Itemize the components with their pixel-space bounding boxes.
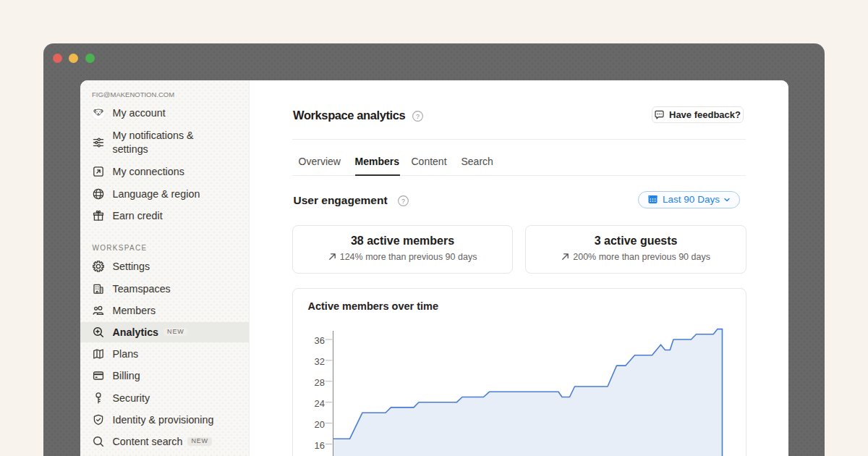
- svg-text:20: 20: [314, 418, 324, 429]
- svg-text:32: 32: [314, 355, 324, 366]
- svg-text:36: 36: [314, 335, 324, 346]
- svg-text:16: 16: [314, 439, 324, 450]
- svg-text:24: 24: [314, 397, 324, 408]
- svg-text:28: 28: [314, 376, 324, 387]
